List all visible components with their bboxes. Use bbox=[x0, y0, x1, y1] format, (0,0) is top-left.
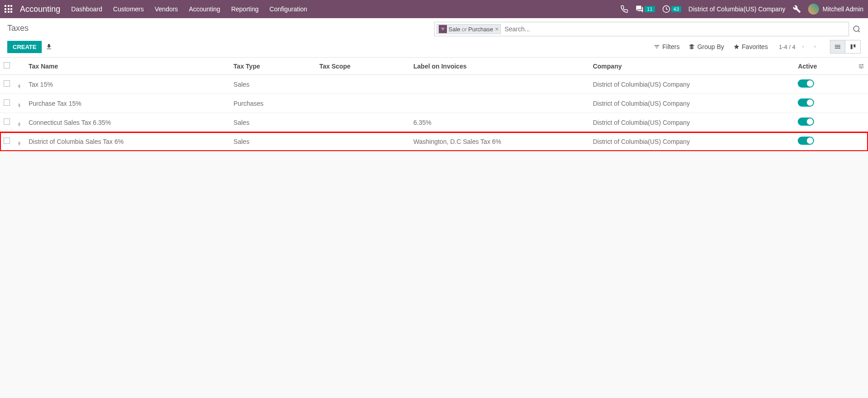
cell-tax-type: Sales bbox=[230, 113, 315, 132]
filter-remove-icon[interactable]: × bbox=[495, 25, 499, 33]
cell-label-invoices bbox=[410, 94, 589, 113]
col-company[interactable]: Company bbox=[589, 58, 794, 75]
table-row[interactable]: ▲▼Purchase Tax 15%PurchasesDistrict of C… bbox=[0, 94, 868, 113]
row-handle[interactable]: ▲▼ bbox=[14, 94, 25, 113]
row-checkbox[interactable] bbox=[4, 118, 10, 125]
taxes-table: Tax Name Tax Type Tax Scope Label on Inv… bbox=[0, 58, 868, 151]
table-row[interactable]: ▲▼District of Columbia Sales Tax 6%Sales… bbox=[0, 132, 868, 151]
cell-options bbox=[854, 94, 868, 113]
nav-customers[interactable]: Customers bbox=[113, 5, 144, 13]
groupby-button[interactable]: Group By bbox=[689, 43, 724, 50]
svg-line-2 bbox=[858, 30, 859, 32]
nav-menu: Dashboard Customers Vendors Accounting R… bbox=[71, 5, 307, 13]
cell-tax-type: Sales bbox=[230, 132, 315, 151]
avatar bbox=[808, 4, 819, 15]
cell-label-invoices bbox=[410, 75, 589, 94]
view-kanban-button[interactable] bbox=[845, 40, 861, 54]
cell-options bbox=[854, 132, 868, 151]
cell-active bbox=[794, 113, 854, 132]
debug-icon[interactable] bbox=[793, 5, 801, 13]
sort-handle-icon: ▲▼ bbox=[17, 122, 21, 127]
col-active[interactable]: Active bbox=[794, 58, 854, 75]
groupby-label: Group By bbox=[697, 43, 724, 50]
nav-accounting[interactable]: Accounting bbox=[189, 5, 220, 13]
active-toggle[interactable] bbox=[798, 137, 814, 145]
cell-tax-type: Purchases bbox=[230, 94, 315, 113]
svg-point-1 bbox=[853, 26, 859, 31]
search-options: Filters Group By Favorites bbox=[654, 43, 768, 50]
nav-dashboard[interactable]: Dashboard bbox=[71, 5, 102, 13]
messages-icon[interactable]: 11 bbox=[635, 5, 655, 13]
cell-tax-name: District of Columbia Sales Tax 6% bbox=[25, 132, 230, 151]
create-button[interactable]: CREATE bbox=[7, 41, 42, 53]
cp-bottom: CREATE Filters Group By Favorites bbox=[7, 40, 861, 57]
table-header-row: Tax Name Tax Type Tax Scope Label on Inv… bbox=[0, 58, 868, 75]
filters-button[interactable]: Filters bbox=[654, 43, 679, 50]
row-checkbox[interactable] bbox=[4, 80, 10, 87]
active-toggle[interactable] bbox=[798, 118, 814, 126]
col-tax-scope[interactable]: Tax Scope bbox=[315, 58, 410, 75]
row-checkbox[interactable] bbox=[4, 99, 10, 106]
cell-tax-scope bbox=[315, 75, 410, 94]
pager-prev-icon[interactable] bbox=[799, 42, 807, 52]
pager-next-icon[interactable] bbox=[811, 42, 819, 52]
nav-vendors[interactable]: Vendors bbox=[155, 5, 178, 13]
table-row[interactable]: ▲▼Connecticut Sales Tax 6.35%Sales6.35%D… bbox=[0, 113, 868, 132]
filter-icon bbox=[439, 25, 447, 33]
select-all-checkbox[interactable] bbox=[4, 62, 10, 69]
row-handle[interactable]: ▲▼ bbox=[14, 113, 25, 132]
filters-label: Filters bbox=[662, 43, 679, 50]
header-handle bbox=[14, 58, 25, 75]
cell-tax-scope bbox=[315, 132, 410, 151]
app-title[interactable]: Accounting bbox=[20, 5, 60, 14]
apps-icon[interactable] bbox=[5, 5, 13, 13]
col-tax-name[interactable]: Tax Name bbox=[25, 58, 230, 75]
col-options-button[interactable] bbox=[854, 58, 868, 75]
row-checkbox[interactable] bbox=[4, 138, 10, 144]
favorites-button[interactable]: Favorites bbox=[733, 43, 768, 50]
table-row[interactable]: ▲▼Tax 15%SalesDistrict of Columbia(US) C… bbox=[0, 75, 868, 94]
pager: 1-4 / 4 bbox=[779, 42, 819, 52]
company-selector[interactable]: District of Columbia(US) Company bbox=[689, 5, 786, 13]
col-label-invoices[interactable]: Label on Invoices bbox=[410, 58, 589, 75]
phone-icon[interactable] bbox=[620, 5, 628, 13]
nav-reporting[interactable]: Reporting bbox=[231, 5, 259, 13]
cell-tax-name: Connecticut Sales Tax 6.35% bbox=[25, 113, 230, 132]
list-view: Tax Name Tax Type Tax Scope Label on Inv… bbox=[0, 58, 868, 151]
search-filter-tag: Sale or Purchase × bbox=[436, 24, 501, 34]
search-icon[interactable] bbox=[853, 25, 861, 33]
sort-handle-icon: ▲▼ bbox=[17, 103, 21, 108]
view-list-button[interactable] bbox=[830, 40, 845, 54]
filter-text-or: or bbox=[462, 26, 467, 33]
cell-active bbox=[794, 132, 854, 151]
active-toggle[interactable] bbox=[798, 79, 814, 88]
cell-options bbox=[854, 113, 868, 132]
cell-tax-scope bbox=[315, 94, 410, 113]
row-handle[interactable]: ▲▼ bbox=[14, 75, 25, 94]
cell-active bbox=[794, 94, 854, 113]
cp-top: Taxes Sale or Purchase × bbox=[7, 22, 861, 36]
cell-tax-type: Sales bbox=[230, 75, 315, 94]
nav-configuration[interactable]: Configuration bbox=[270, 5, 307, 13]
cell-tax-name: Purchase Tax 15% bbox=[25, 94, 230, 113]
active-toggle[interactable] bbox=[798, 98, 814, 107]
filter-text-right: Purchase bbox=[468, 26, 493, 33]
row-checkbox-cell bbox=[0, 75, 14, 94]
sort-handle-icon: ▲▼ bbox=[17, 84, 21, 88]
cell-company: District of Columbia(US) Company bbox=[589, 75, 794, 94]
col-tax-type[interactable]: Tax Type bbox=[230, 58, 315, 75]
row-checkbox-cell bbox=[0, 94, 14, 113]
import-icon[interactable] bbox=[45, 43, 53, 50]
search-box[interactable]: Sale or Purchase × bbox=[434, 22, 849, 36]
page-title: Taxes bbox=[7, 22, 29, 33]
user-menu[interactable]: Mitchell Admin bbox=[808, 4, 863, 15]
activities-icon[interactable]: 43 bbox=[662, 5, 681, 13]
cell-company: District of Columbia(US) Company bbox=[589, 113, 794, 132]
favorites-label: Favorites bbox=[742, 43, 768, 50]
search-input[interactable] bbox=[503, 24, 847, 34]
messages-badge: 11 bbox=[645, 6, 655, 12]
pager-range[interactable]: 1-4 / 4 bbox=[779, 44, 795, 50]
row-checkbox-cell bbox=[0, 113, 14, 132]
cell-tax-name: Tax 15% bbox=[25, 75, 230, 94]
row-handle[interactable]: ▲▼ bbox=[14, 132, 25, 151]
